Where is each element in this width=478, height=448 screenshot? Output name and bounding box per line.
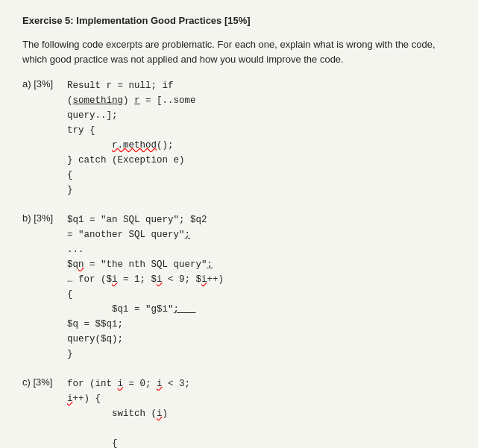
exercise-description: The following code excerpts are problema… <box>22 37 456 66</box>
code-line: try { <box>67 123 196 138</box>
code-line: … for ($i = 1; $i < 9; $i++) <box>67 272 224 287</box>
underline-r: r <box>134 95 140 106</box>
code-line: query..]; <box>67 108 196 123</box>
code-line: = "another SQL query"; <box>67 227 224 242</box>
code-line: i++) { <box>67 391 196 406</box>
code-line: { <box>67 287 224 302</box>
underline-semi: ; <box>185 230 191 240</box>
code-line: ... <box>67 242 224 257</box>
code-line: $q = $$qi; <box>67 317 224 332</box>
wavy-method: r.method <box>112 140 157 151</box>
code-line: } <box>67 347 224 362</box>
code-line: } <box>67 183 196 198</box>
part-c-label: c) [3%] <box>22 376 67 388</box>
code-line: } catch (Exception e) <box>67 153 196 168</box>
code-line: { <box>67 436 196 448</box>
part-c: c) [3%] for (int i = 0; i < 3; i++) { sw… <box>22 376 456 448</box>
code-line: (something) r = [..some <box>67 93 196 108</box>
title-text: Exercise 5: Implementation Good Practice… <box>22 15 251 26</box>
wavy-i2: i <box>157 274 163 285</box>
wavy-qn: n <box>78 259 84 270</box>
code-line: $q1 = "an SQL query"; $q2 <box>67 212 224 227</box>
part-b-label: b) [3%] <box>22 212 67 224</box>
code-line: Result r = null; if <box>67 78 196 93</box>
part-b: b) [3%] $q1 = "an SQL query"; $q2 = "ano… <box>22 212 456 362</box>
part-b-code: $q1 = "an SQL query"; $q2 = "another SQL… <box>67 212 224 362</box>
code-line: $qi = "g$i"; <box>67 302 224 317</box>
code-line: for (int i = 0; i < 3; <box>67 376 196 391</box>
code-line: switch (i) <box>67 406 196 421</box>
part-c-code: for (int i = 0; i < 3; i++) { switch (i)… <box>67 376 196 448</box>
part-a: a) [3%] Result r = null; if (something) … <box>22 78 456 198</box>
wavy-ci2: i <box>157 379 163 389</box>
wavy-ci3: i <box>67 394 73 404</box>
wavy-i1: i <box>112 274 118 285</box>
part-a-label: a) [3%] <box>22 78 67 89</box>
wavy-switch-i: i <box>157 408 163 419</box>
wavy-ci1: i <box>118 379 124 389</box>
code-line: $qn = "the nth SQL query"; <box>67 257 224 272</box>
code-line: query($q); <box>67 332 224 347</box>
exercise-title: Exercise 5: Implementation Good Practice… <box>22 15 456 26</box>
code-line: { <box>67 168 196 183</box>
part-a-code: Result r = null; if (something) r = [..s… <box>67 78 196 198</box>
underline-qi: ; <box>174 304 196 315</box>
wavy-i3: i <box>201 274 207 285</box>
underline-something: something <box>73 95 124 106</box>
underline-semi2: ; <box>207 259 213 270</box>
code-line: r.method(); <box>67 138 196 153</box>
code-line <box>67 421 196 436</box>
